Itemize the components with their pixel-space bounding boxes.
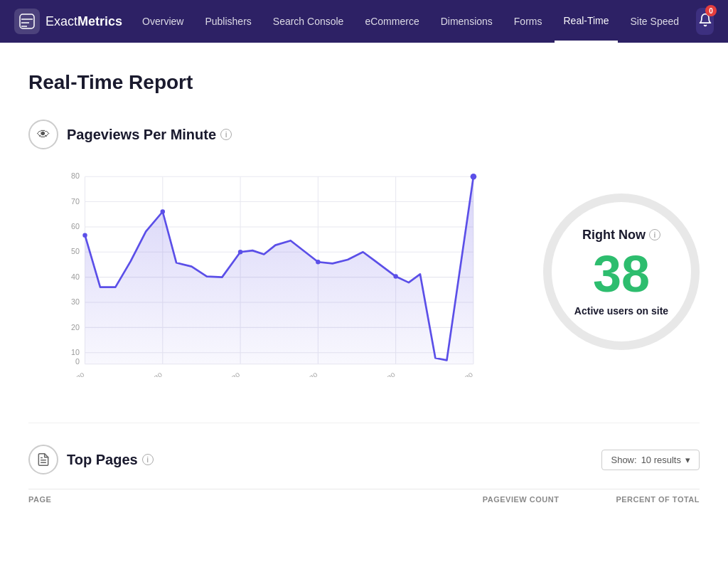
top-pages-left: Top Pages i [28,445,154,474]
pageviews-chart: 80 70 60 50 40 30 20 10 0 [28,164,515,380]
page-title: Real-Time Report [28,71,700,94]
svg-text:70: 70 [71,197,80,206]
svg-text:0: 0 [75,357,80,366]
notification-badge: 0 [705,5,717,16]
right-now-number: 38 [593,248,650,299]
col-page-label: PAGE [28,495,51,504]
table-col-right: PAGEVIEW COUNT PERCENT OF TOTAL [483,495,700,504]
col-pageview-count-label: PAGEVIEW COUNT [483,495,560,504]
svg-point-33 [471,174,477,180]
svg-point-31 [316,260,320,264]
nav-item-publishers[interactable]: Publishers [196,0,259,43]
table-header: PAGE PAGEVIEW COUNT PERCENT OF TOTAL [28,489,700,509]
svg-text:15 minutes ago: 15 minutes ago [193,370,241,377]
svg-text:40: 40 [71,272,80,281]
nav-logo[interactable]: ExactMetrics [14,9,122,34]
right-now-sublabel: Active users on site [574,305,668,317]
right-now-info-icon[interactable]: i [649,229,660,240]
svg-point-28 [82,233,87,238]
svg-text:60: 60 [71,222,80,230]
top-pages-header: Top Pages i Show: 10 results ▾ [28,445,700,474]
logo-icon [14,9,40,34]
nav-item-search-console[interactable]: Search Console [264,0,353,43]
svg-point-32 [393,274,397,278]
dropdown-chevron-icon: ▾ [685,455,690,465]
svg-text:0 minutes ago: 0 minutes ago [430,370,474,377]
navbar: ExactMetrics Overview Publishers Search … [0,0,728,43]
svg-point-30 [238,250,242,254]
svg-text:30: 30 [71,297,80,306]
pageviews-info-icon[interactable]: i [220,129,232,140]
show-label: Show: [611,455,636,465]
show-results-button[interactable]: Show: 10 results ▾ [601,450,700,470]
nav-item-forms[interactable]: Forms [505,0,551,43]
svg-text:25 minutes ago: 25 minutes ago [38,370,86,377]
top-pages-section-title: Top Pages i [67,452,154,468]
nav-item-overview[interactable]: Overview [134,0,192,43]
nav-item-ecommerce[interactable]: eCommerce [356,0,427,43]
pageviews-section-header: 👁 Pageviews Per Minute i [28,120,700,149]
right-now-label: Right Now i [582,228,660,243]
right-now-widget: Right Now i 38 Active users on site [543,193,700,350]
nav-item-sitespeed[interactable]: Site Speed [622,0,688,43]
nav-item-realtime[interactable]: Real-Time [555,0,617,43]
chart-and-widget: 80 70 60 50 40 30 20 10 0 [28,164,700,380]
svg-text:80: 80 [71,171,80,180]
col-percent-label: PERCENT OF TOTAL [616,495,700,504]
pageviews-section-title: Pageviews Per Minute i [67,127,232,143]
top-pages-info-icon[interactable]: i [142,454,154,465]
pageviews-section-icon: 👁 [28,120,58,149]
notification-bell-button[interactable]: 0 [696,8,714,35]
svg-point-29 [161,209,165,213]
svg-text:10 minutes ago: 10 minutes ago [272,370,319,377]
main-content: Real-Time Report 👁 Pageviews Per Minute … [0,43,728,524]
nav-item-dimensions[interactable]: Dimensions [432,0,501,43]
top-pages-section-icon [28,445,58,474]
svg-text:5 minutes ago: 5 minutes ago [353,370,397,377]
show-value: 10 results [641,455,681,465]
top-pages-section: Top Pages i Show: 10 results ▾ PAGE PAGE… [28,423,700,509]
svg-text:20: 20 [71,323,80,332]
svg-text:20 minutes ago: 20 minutes ago [116,370,164,377]
svg-text:10: 10 [71,348,80,356]
svg-text:50: 50 [71,248,80,256]
logo-text: ExactMetrics [46,14,122,29]
